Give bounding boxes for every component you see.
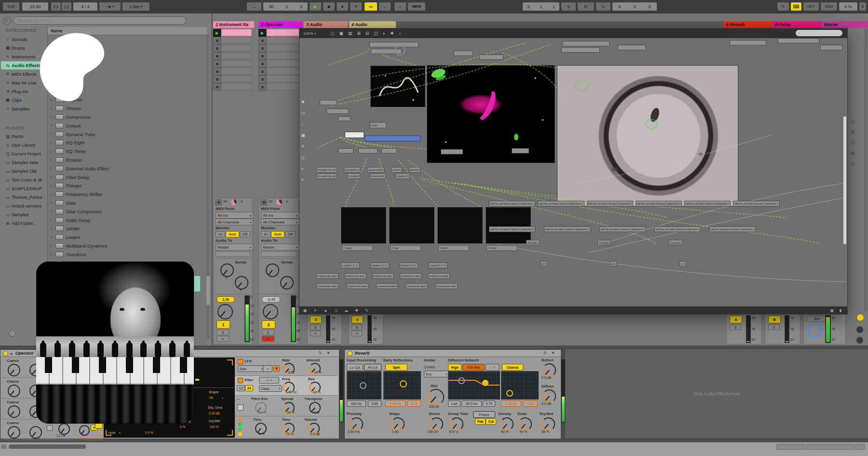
browser-circle-icon[interactable]: ▷ — [3, 17, 11, 25]
disclosure-icon[interactable]: ▷ — [51, 115, 55, 119]
spin-rate-value[interactable]: 0.30 Hz — [385, 401, 406, 407]
clip-stop-button[interactable] — [213, 60, 221, 68]
scene-icon[interactable]: ▦ — [851, 129, 860, 140]
input-type-select[interactable]: All Ins▾ — [216, 212, 253, 219]
track-header-3[interactable]: 3 Audio — [304, 21, 348, 28]
device-list-item[interactable]: ▷ Glue Compressor — [48, 207, 207, 216]
solo-button[interactable]: S — [352, 324, 362, 330]
prepend-box[interactable]: prepend set value — [406, 283, 428, 289]
session-scrollbar[interactable] — [864, 29, 868, 311]
id-box[interactable]: id 0 — [541, 261, 547, 266]
device-list-item[interactable]: ▷ Chorus — [48, 104, 207, 113]
place-item[interactable]: ◳ Current Project — [0, 150, 46, 158]
max-object-box[interactable] — [561, 47, 600, 53]
monitor-off-button[interactable]: Off — [240, 231, 250, 237]
freeze-button[interactable]: Freeze — [473, 411, 495, 418]
max-message-box[interactable]: live.path live_set — [316, 173, 337, 179]
stop-all-clips-button[interactable] — [856, 326, 863, 333]
loop-button[interactable]: ↻ — [578, 2, 594, 11]
track-activator[interactable]: 2 — [262, 320, 275, 329]
loop-length-display[interactable]: 4.0.0 — [612, 2, 657, 11]
scale-knob[interactable] — [518, 417, 532, 431]
key-map-button[interactable]: KEY — [803, 2, 819, 11]
device-activator[interactable] — [3, 351, 8, 356]
lfo-retrigger-button[interactable]: R — [273, 365, 280, 372]
time-signature-field[interactable]: 4 / 4 — [73, 2, 97, 11]
coarse-knob[interactable] — [8, 405, 20, 418]
device-activator[interactable] — [347, 351, 353, 356]
monitor-in-button[interactable]: In — [216, 231, 225, 237]
cut-button[interactable]: Cut — [486, 418, 496, 425]
input-channel-select[interactable]: All Channels▾ — [216, 219, 253, 225]
clip-slot[interactable] — [213, 68, 252, 75]
grid-icon[interactable]: ▦ — [830, 308, 834, 313]
track-activator[interactable]: 4 — [352, 316, 363, 323]
unpack-box[interactable]: unpack 0. 0. 0. — [400, 263, 419, 268]
disclosure-icon[interactable]: ▷ — [51, 244, 55, 248]
disclosure-icon[interactable]: ▷ — [51, 132, 55, 136]
bottom-tool-icon[interactable]: ▲ — [324, 308, 327, 313]
solo-cue-button[interactable]: Solo — [807, 316, 827, 322]
toolbar-icon[interactable]: ◫ — [374, 31, 378, 36]
clip-stop-button[interactable] — [213, 68, 221, 75]
coarse-knob[interactable] — [8, 426, 20, 439]
param-box[interactable]: path live_set tracks 5 devices 0 paramet… — [733, 201, 779, 207]
live-object-box[interactable]: live.object — [597, 240, 611, 245]
max-message-box[interactable]: prepend path — [367, 167, 384, 173]
scene-icon[interactable]: ▥ — [851, 161, 860, 172]
preview-cue-button[interactable] — [856, 314, 864, 321]
clip-slot[interactable] — [213, 75, 252, 83]
spin-handle[interactable] — [400, 380, 407, 387]
max-object-box[interactable] — [512, 148, 529, 153]
diffusion-eq-display[interactable] — [448, 371, 500, 400]
quality-select[interactable]: Eco▾ — [424, 371, 449, 377]
disclosure-icon[interactable]: ▷ — [51, 150, 55, 153]
live-object-box[interactable]: live.object — [526, 240, 540, 245]
max-message-box[interactable]: route id — [391, 167, 402, 173]
dest-value[interactable]: 0.0 % — [145, 431, 153, 434]
play-button[interactable]: ▶ — [310, 2, 321, 11]
metronome-button[interactable]: ❙❙ — [51, 2, 61, 11]
param-box[interactable]: path live_set tracks 0 devices 0 paramet… — [489, 201, 535, 207]
device-list-item[interactable]: ▷ External Audio Effect — [48, 164, 207, 173]
disclosure-icon[interactable]: ▷ — [51, 201, 55, 205]
arrangement-position-display[interactable]: 30.2.3 — [263, 2, 308, 11]
max-message-box[interactable]: unpack 0 0 — [395, 173, 410, 179]
arm-button[interactable]: ● — [217, 336, 229, 342]
clip-stop-button[interactable] — [258, 60, 266, 68]
toolbar-icon[interactable]: ▤ — [348, 31, 353, 36]
track-header-4[interactable]: 4 Audio — [349, 21, 396, 28]
disclosure-icon[interactable]: ▷ — [51, 218, 55, 222]
high-shelf-handle[interactable] — [482, 380, 488, 386]
metronome-pattern-button[interactable]: ❙❙ — [62, 2, 71, 11]
pan-knob[interactable] — [217, 304, 233, 319]
param-box[interactable]: path live_set tracks 2 devices 0 paramet… — [587, 201, 633, 207]
left-tool-icon[interactable]: ◻ — [301, 155, 305, 160]
solo-button[interactable]: S — [730, 324, 741, 330]
id-box[interactable]: id 0 — [610, 261, 617, 266]
chorus-button[interactable]: Chorus — [502, 364, 523, 371]
lfo-toggle[interactable] — [238, 359, 243, 364]
arm-button-active[interactable]: ● — [262, 336, 274, 342]
solo-button[interactable]: S — [310, 324, 321, 330]
density-knob[interactable] — [500, 417, 514, 431]
pane-label-box[interactable]: 1 Clean — [342, 245, 373, 251]
input-type-select[interactable]: All Ins▾ — [261, 212, 299, 219]
pane-label-box[interactable]: 2 Oper — [390, 245, 421, 251]
toolbar-icon[interactable]: ✚ — [390, 31, 394, 36]
clip-stop-button[interactable] — [215, 199, 222, 206]
chorus-display[interactable] — [501, 371, 539, 400]
osc-d-selector[interactable] — [238, 432, 242, 436]
quantize-menu[interactable]: ○● ▾ — [99, 2, 121, 11]
toolbar-icon[interactable]: ⊟ — [366, 31, 369, 36]
midi-map-button[interactable]: MIDI — [821, 2, 837, 11]
param-box[interactable]: path live_set tracks 4 devices 0 paramet… — [684, 201, 731, 207]
hi-cut-button[interactable]: Hi Cut — [364, 364, 381, 371]
prepend-box[interactable]: prepend set value — [344, 273, 366, 279]
input-filter-display[interactable] — [347, 371, 381, 400]
punch-in-button[interactable]: ∿ — [561, 2, 576, 11]
place-item[interactable]: ▭ locked samples — [0, 202, 46, 210]
max-canvas[interactable]: ✚▭♪▦✎◻◐≡ 0.08 live.path live_setlive.obs… — [299, 38, 846, 306]
flat-button[interactable]: Flat — [475, 418, 486, 425]
device-list-item[interactable]: ▷ EQ Three — [48, 147, 207, 156]
